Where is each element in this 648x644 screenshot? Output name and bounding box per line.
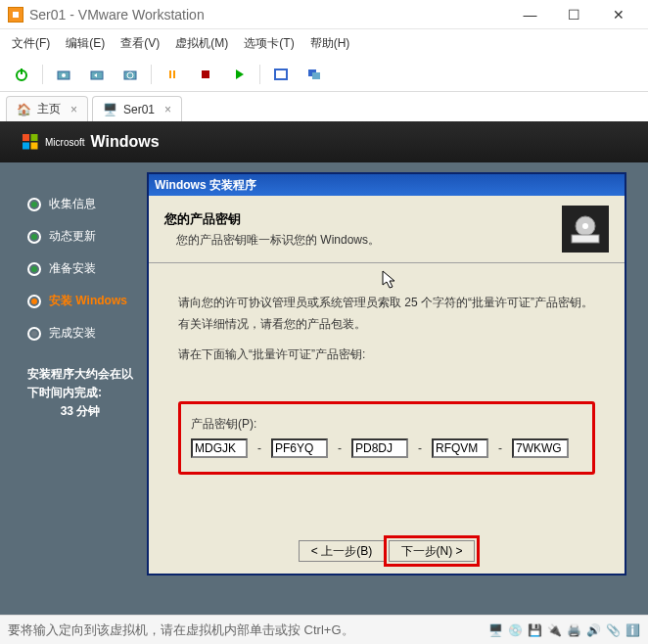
tab-home-close[interactable]: × bbox=[70, 103, 77, 116]
svg-rect-7 bbox=[169, 70, 171, 78]
status-monitor-icon[interactable]: 🖥️ bbox=[487, 622, 503, 638]
eta-text: 安装程序大约会在以 下时间内完成: 33 分钟 bbox=[27, 365, 133, 422]
svg-rect-12 bbox=[312, 72, 320, 79]
dialog-info-2: 请在下面输入“批量许可证”产品密钥: bbox=[178, 345, 595, 366]
status-info-icon[interactable]: ℹ️ bbox=[625, 622, 640, 638]
toolbar-suspend-button[interactable] bbox=[157, 61, 188, 88]
key-part-2[interactable] bbox=[271, 438, 328, 458]
vm-os-header: Microsoft Windows bbox=[0, 121, 648, 162]
status-printer-icon[interactable]: 🖨️ bbox=[566, 622, 581, 638]
windows-logo-icon bbox=[22, 133, 39, 151]
key-part-1[interactable] bbox=[191, 438, 248, 458]
toolbar-snapshot-button[interactable] bbox=[48, 61, 79, 88]
key-part-5[interactable] bbox=[512, 438, 569, 458]
dash-icon: - bbox=[332, 441, 347, 455]
svg-rect-10 bbox=[275, 69, 287, 79]
step-collect-label: 收集信息 bbox=[49, 196, 96, 212]
step-dot-icon bbox=[27, 295, 41, 308]
dialog-info-1: 请向您的许可协议管理员或系统管理员索取 25 个字符的“批量许可证”产品密钥。有… bbox=[178, 293, 595, 335]
menu-bar: 文件(F) 编辑(E) 查看(V) 虚拟机(M) 选项卡(T) 帮助(H) bbox=[0, 29, 648, 57]
dialog-heading: 您的产品密钥 bbox=[164, 210, 550, 228]
status-cd-icon[interactable]: 💿 bbox=[507, 622, 523, 638]
toolbar-unity-button[interactable] bbox=[299, 61, 330, 88]
key-part-3[interactable] bbox=[351, 438, 408, 458]
vm-display[interactable]: Microsoft Windows 收集信息 动态更新 准备安装 安装 Wind… bbox=[0, 121, 648, 615]
toolbar-play-button[interactable] bbox=[223, 61, 255, 88]
svg-point-3 bbox=[62, 73, 66, 77]
toolbar-fullscreen-button[interactable] bbox=[265, 61, 297, 88]
status-sound-icon[interactable]: 🔊 bbox=[585, 622, 601, 638]
install-steps: 收集信息 动态更新 准备安装 安装 Windows 完成安装 安装程序大约会在以… bbox=[27, 180, 133, 422]
toolbar-revert-button[interactable] bbox=[81, 61, 113, 88]
toolbar-power-button[interactable] bbox=[6, 61, 37, 88]
step-install-label: 安装 Windows bbox=[49, 293, 127, 309]
window-title: Ser01 - VMware Workstation bbox=[29, 7, 508, 23]
setup-dialog: Windows 安装程序 您的产品密钥 您的产品密钥唯一标识您的 Windows… bbox=[147, 172, 626, 575]
cd-key-icon bbox=[562, 206, 609, 253]
maximize-button[interactable]: ☐ bbox=[552, 0, 596, 29]
close-window-button[interactable]: ✕ bbox=[596, 0, 640, 29]
step-update-label: 动态更新 bbox=[49, 228, 96, 245]
step-prepare-label: 准备安装 bbox=[49, 260, 96, 277]
monitor-icon: 🖥️ bbox=[103, 103, 117, 116]
menu-tabs[interactable]: 选项卡(T) bbox=[244, 35, 294, 52]
svg-rect-1 bbox=[21, 69, 23, 74]
ms-brand: Microsoft bbox=[45, 137, 85, 148]
menu-vm[interactable]: 虚拟机(M) bbox=[175, 35, 228, 52]
menu-edit[interactable]: 编辑(E) bbox=[66, 35, 105, 52]
tab-vm-label: Ser01 bbox=[123, 103, 155, 116]
step-dot-icon bbox=[27, 230, 41, 244]
title-bar: Ser01 - VMware Workstation — ☐ ✕ bbox=[0, 0, 648, 29]
status-bar: 要将输入定向到该虚拟机，请在虚拟机内部单击或按 Ctrl+G。 🖥️ 💿 💾 🔌… bbox=[0, 615, 648, 644]
status-disk-icon[interactable]: 💾 bbox=[527, 622, 542, 638]
back-button[interactable]: < 上一步(B) bbox=[299, 540, 385, 562]
product-key-box: 产品密钥(P): - - - - bbox=[178, 401, 595, 475]
dialog-title: Windows 安装程序 bbox=[149, 174, 625, 196]
svg-rect-9 bbox=[202, 70, 209, 78]
tab-home[interactable]: 🏠 主页 × bbox=[6, 96, 88, 121]
next-button[interactable]: 下一步(N) > bbox=[389, 540, 475, 562]
toolbar-manage-button[interactable] bbox=[115, 61, 146, 88]
svg-rect-13 bbox=[23, 134, 29, 141]
svg-rect-19 bbox=[572, 235, 599, 243]
tab-home-label: 主页 bbox=[37, 101, 61, 117]
toolbar bbox=[0, 57, 648, 92]
product-key-label: 产品密钥(P): bbox=[191, 416, 582, 433]
app-icon bbox=[8, 7, 23, 23]
step-dot-icon bbox=[27, 327, 41, 341]
svg-point-18 bbox=[582, 223, 588, 229]
menu-help[interactable]: 帮助(H) bbox=[310, 35, 350, 52]
step-dot-icon bbox=[27, 198, 41, 211]
vm-header-text: Windows bbox=[91, 133, 160, 151]
svg-rect-14 bbox=[31, 134, 38, 141]
toolbar-separator bbox=[42, 65, 43, 84]
dialog-subheading: 您的产品密钥唯一标识您的 Windows。 bbox=[176, 232, 550, 249]
dash-icon: - bbox=[412, 441, 428, 455]
status-text: 要将输入定向到该虚拟机，请在虚拟机内部单击或按 Ctrl+G。 bbox=[8, 621, 484, 639]
home-icon: 🏠 bbox=[17, 103, 31, 116]
tab-vm-close[interactable]: × bbox=[164, 103, 171, 116]
toolbar-stop-button[interactable] bbox=[190, 61, 221, 88]
minimize-button[interactable]: — bbox=[508, 0, 552, 29]
menu-view[interactable]: 查看(V) bbox=[120, 35, 160, 52]
status-usb-icon[interactable]: 📎 bbox=[605, 622, 621, 638]
menu-file[interactable]: 文件(F) bbox=[12, 35, 50, 52]
dash-icon: - bbox=[492, 441, 508, 455]
dash-icon: - bbox=[252, 441, 267, 455]
step-finish-label: 完成安装 bbox=[49, 325, 96, 342]
tab-vm[interactable]: 🖥️ Ser01 × bbox=[92, 96, 182, 121]
tab-bar: 🏠 主页 × 🖥️ Ser01 × bbox=[0, 92, 648, 121]
status-network-icon[interactable]: 🔌 bbox=[546, 622, 562, 638]
toolbar-separator bbox=[151, 65, 152, 84]
toolbar-separator bbox=[259, 65, 260, 84]
key-part-4[interactable] bbox=[432, 438, 488, 458]
svg-rect-8 bbox=[173, 70, 175, 78]
step-dot-icon bbox=[27, 262, 41, 276]
svg-rect-15 bbox=[23, 143, 29, 150]
svg-rect-16 bbox=[31, 143, 38, 150]
